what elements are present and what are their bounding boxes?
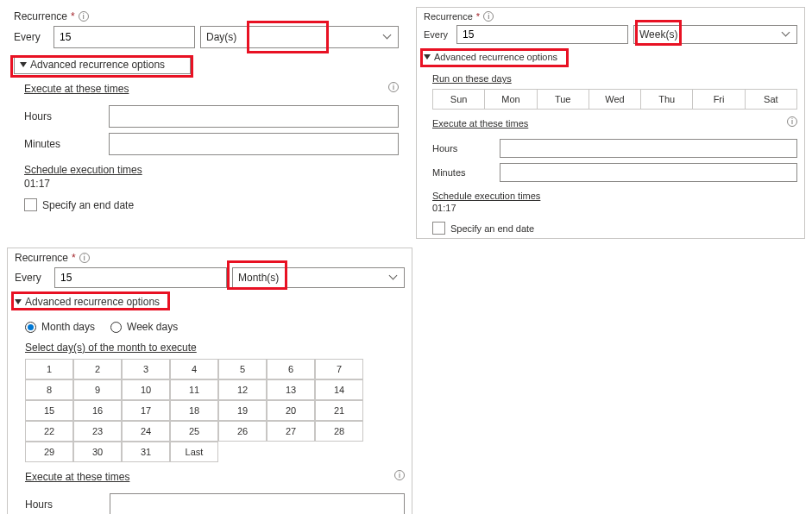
hours-label: Hours (25, 498, 103, 511)
recurrence-label: Recurrence (424, 11, 473, 22)
hours-input[interactable] (110, 493, 405, 514)
hours-label: Hours (24, 110, 102, 122)
day-thu[interactable]: Thu (641, 89, 693, 110)
info-icon[interactable]: i (79, 253, 90, 263)
day-26[interactable]: 26 (218, 421, 267, 442)
mode-week-days-radio[interactable] (110, 322, 122, 333)
day-3[interactable]: 3 (122, 359, 170, 379)
chevron-down-icon (384, 33, 393, 41)
day-16[interactable]: 16 (73, 400, 122, 421)
day-14[interactable]: 14 (315, 379, 363, 400)
every-label: Every (14, 31, 48, 43)
day-12[interactable]: 12 (218, 379, 267, 400)
day-18[interactable]: 18 (170, 400, 218, 421)
day-sun[interactable]: Sun (432, 89, 485, 110)
day-30[interactable]: 30 (73, 442, 122, 462)
unit-select-week[interactable]: Week(s) (633, 25, 797, 44)
info-icon[interactable]: i (394, 470, 405, 480)
day-27[interactable]: 27 (267, 421, 315, 442)
minutes-label: Minutes (432, 167, 493, 178)
recurrence-month-panel: Recurrence * i Every Month(s) Advanced r… (7, 248, 412, 514)
day-1[interactable]: 1 (25, 359, 73, 379)
day-10[interactable]: 10 (122, 379, 170, 400)
advanced-label: Advanced recurrence options (434, 52, 557, 62)
recurrence-label: Recurrence (15, 252, 68, 264)
end-date-checkbox[interactable] (24, 198, 37, 211)
chevron-down-icon (15, 299, 22, 304)
mode-week-days-label: Week days (127, 321, 178, 333)
day-wed[interactable]: Wed (589, 89, 641, 110)
day-7[interactable]: 7 (315, 359, 363, 379)
day-28[interactable]: 28 (315, 421, 363, 442)
day-11[interactable]: 11 (170, 379, 218, 400)
day-tue[interactable]: Tue (538, 89, 589, 110)
day-5[interactable]: 5 (218, 359, 267, 379)
day-22[interactable]: 22 (25, 421, 73, 442)
day-sat[interactable]: Sat (746, 89, 797, 110)
recurrence-week-panel: Recurrence * i Every Week(s) Advanced re… (416, 7, 805, 239)
unit-select-day[interactable]: Day(s) (200, 26, 399, 48)
day-17[interactable]: 17 (122, 400, 170, 421)
unit-select-month[interactable]: Month(s) (232, 267, 405, 288)
day-mon[interactable]: Mon (485, 89, 537, 110)
schedule-time: 01:17 (24, 178, 399, 190)
required-asterisk: * (71, 10, 75, 22)
unit-select-value: Month(s) (238, 272, 279, 284)
day-6[interactable]: 6 (267, 359, 315, 379)
advanced-toggle[interactable]: Advanced recurrence options (424, 49, 570, 65)
every-value-input[interactable] (54, 26, 195, 48)
mode-month-days-radio[interactable] (25, 322, 36, 333)
minutes-label: Minutes (24, 138, 102, 150)
info-icon[interactable]: i (79, 11, 89, 22)
day-25[interactable]: 25 (170, 421, 218, 442)
end-date-checkbox[interactable] (432, 222, 445, 235)
day-20[interactable]: 20 (267, 400, 315, 421)
day-fri[interactable]: Fri (693, 89, 745, 110)
day-8[interactable]: 8 (25, 379, 73, 400)
chevron-down-icon (20, 62, 27, 67)
chevron-down-icon (424, 54, 431, 60)
day-4[interactable]: 4 (170, 359, 218, 379)
day-24[interactable]: 24 (122, 421, 170, 442)
month-day-grid: 1 2 3 4 5 6 7 8 9 10 11 12 13 14 15 16 1… (25, 359, 405, 462)
day-9[interactable]: 9 (73, 379, 122, 400)
hours-input[interactable] (500, 139, 797, 158)
schedule-header: Schedule execution times (24, 164, 399, 176)
advanced-label: Advanced recurrence options (30, 59, 165, 71)
advanced-toggle[interactable]: Advanced recurrence options (14, 55, 191, 74)
execute-times-header: Execute at these times (432, 118, 528, 128)
required-asterisk: * (72, 252, 76, 264)
hours-input[interactable] (109, 105, 399, 128)
info-icon[interactable]: i (787, 116, 797, 127)
unit-select-value: Day(s) (206, 31, 236, 43)
minutes-input[interactable] (500, 163, 797, 182)
info-icon[interactable]: i (388, 82, 399, 92)
day-19[interactable]: 19 (218, 400, 267, 421)
day-15[interactable]: 15 (25, 400, 73, 421)
schedule-time: 01:17 (432, 203, 797, 213)
advanced-label: Advanced recurrence options (25, 296, 160, 308)
day-21[interactable]: 21 (315, 400, 363, 421)
chevron-down-icon (783, 30, 791, 39)
run-days-header: Run on these days (432, 73, 797, 84)
minutes-input[interactable] (109, 133, 399, 155)
schedule-header: Schedule execution times (432, 191, 797, 201)
every-label: Every (424, 29, 451, 40)
required-asterisk: * (476, 11, 480, 22)
day-31[interactable]: 31 (122, 442, 170, 462)
execute-times-header: Execute at these times (24, 83, 129, 95)
advanced-toggle[interactable]: Advanced recurrence options (15, 293, 170, 310)
recurrence-day-panel: Recurrence * i Every Day(s) Advanced rec… (7, 7, 406, 239)
every-label: Every (15, 272, 49, 284)
select-days-header: Select day(s) of the month to execute (25, 342, 405, 354)
info-icon[interactable]: i (483, 11, 494, 22)
every-value-input[interactable] (456, 25, 628, 44)
recurrence-label: Recurrence (14, 10, 67, 22)
day-2[interactable]: 2 (73, 359, 122, 379)
chevron-down-icon (390, 273, 399, 282)
day-29[interactable]: 29 (25, 442, 73, 462)
day-13[interactable]: 13 (267, 379, 315, 400)
day-last[interactable]: Last (170, 442, 218, 462)
every-value-input[interactable] (54, 267, 227, 288)
day-23[interactable]: 23 (73, 421, 122, 442)
